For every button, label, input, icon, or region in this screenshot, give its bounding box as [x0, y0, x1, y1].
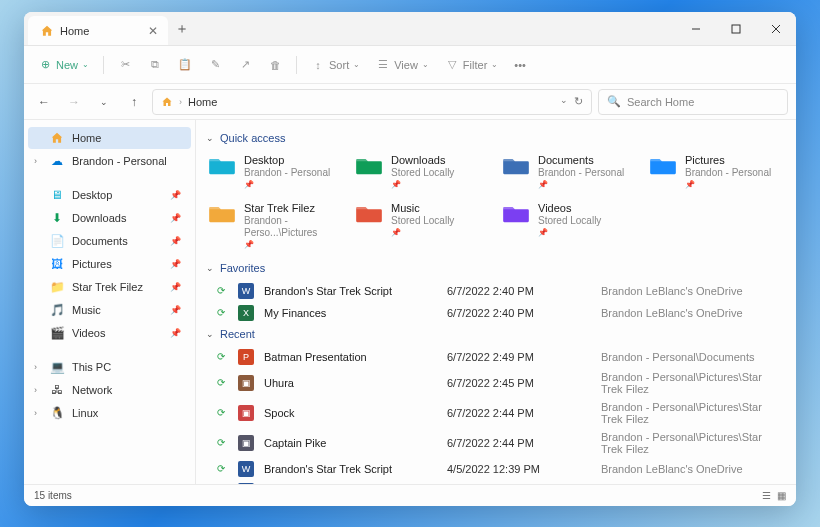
file-row[interactable]: ⟳WBrandon's Star Trek Script4/5/2022 12:…	[204, 458, 784, 480]
details-view-button[interactable]: ☰	[762, 490, 771, 501]
copy-button[interactable]: ⧉	[142, 54, 168, 76]
recent-locations-button[interactable]: ⌄	[92, 90, 116, 114]
chevron-right-icon[interactable]: ›	[34, 385, 37, 395]
new-button[interactable]: ⊕ New ⌄	[32, 54, 95, 76]
folder-icon	[502, 154, 530, 178]
linux-icon: 🐧	[50, 406, 64, 420]
section-quick-access[interactable]: ⌄Quick access	[206, 132, 784, 144]
delete-button[interactable]: 🗑	[262, 54, 288, 76]
refresh-button[interactable]: ↻	[574, 95, 583, 108]
chevron-right-icon[interactable]: ›	[34, 362, 37, 372]
file-name: Captain Pike	[264, 437, 443, 449]
file-location: Brandon LeBlanc's OneDrive	[601, 307, 780, 319]
sidebar-item-documents[interactable]: 📄Documents📌	[28, 230, 191, 252]
file-name: Uhura	[264, 377, 443, 389]
quick-access-item[interactable]: Star Trek FilezBrandon - Perso...\Pictur…	[204, 198, 343, 254]
filter-button[interactable]: ▽Filter⌄	[439, 54, 504, 76]
maximize-button[interactable]	[716, 12, 756, 45]
sync-status-icon: ⟳	[208, 437, 234, 448]
qa-name: Videos	[538, 202, 601, 215]
home-icon	[161, 96, 173, 108]
address-bar[interactable]: › Home ⌄ ↻	[152, 89, 592, 115]
filter-icon: ▽	[445, 58, 459, 72]
music-icon: 🎵	[50, 303, 64, 317]
forward-button[interactable]: →	[62, 90, 86, 114]
rename-button[interactable]: ✎	[202, 54, 228, 76]
paste-button[interactable]: 📋	[172, 54, 198, 76]
sidebar-item-videos[interactable]: 🎬Videos📌	[28, 322, 191, 344]
qa-location: Stored Locally	[538, 215, 601, 227]
new-tab-button[interactable]: ＋	[168, 12, 196, 45]
home-icon	[40, 24, 54, 38]
chevron-right-icon[interactable]: ›	[34, 408, 37, 418]
share-button[interactable]: ↗	[232, 54, 258, 76]
sidebar-item-thispc[interactable]: ›💻This PC	[28, 356, 191, 378]
tab-home[interactable]: Home ✕	[28, 16, 168, 45]
sidebar-item-downloads[interactable]: ⬇Downloads📌	[28, 207, 191, 229]
folder-icon	[208, 202, 236, 226]
file-type-icon: ▣	[238, 405, 260, 421]
close-button[interactable]	[756, 12, 796, 45]
folder-icon	[355, 202, 383, 226]
section-favorites[interactable]: ⌄Favorites	[206, 262, 784, 274]
sidebar-item-desktop[interactable]: 🖥Desktop📌	[28, 184, 191, 206]
quick-access-item[interactable]: DocumentsBrandon - Personal📌	[498, 150, 637, 194]
breadcrumb-home[interactable]: Home	[188, 96, 217, 108]
search-placeholder: Search Home	[627, 96, 694, 108]
pin-icon: 📌	[244, 180, 330, 190]
chevron-down-icon: ⌄	[206, 133, 214, 143]
more-button[interactable]: •••	[508, 55, 532, 75]
tab-close-icon[interactable]: ✕	[148, 24, 158, 38]
pin-icon: 📌	[170, 282, 181, 292]
file-row[interactable]: ⟳WBrandon's Star Trek Script6/7/2022 2:4…	[204, 280, 784, 302]
sync-status-icon: ⟳	[208, 377, 234, 388]
file-row[interactable]: ⟳▣Uhura6/7/2022 2:45 PMBrandon - Persona…	[204, 368, 784, 398]
tab-title: Home	[60, 25, 89, 37]
thumbnails-view-button[interactable]: ▦	[777, 490, 786, 501]
sidebar-item-network[interactable]: ›🖧Network	[28, 379, 191, 401]
quick-access-item[interactable]: MusicStored Locally📌	[351, 198, 490, 254]
file-explorer-window: Home ✕ ＋ ⊕ New ⌄ ✂ ⧉ 📋 ✎ ↗ 🗑 ↕Sort⌄ ☰Vie…	[24, 12, 796, 506]
file-date: 4/5/2022 12:39 PM	[447, 463, 597, 475]
chevron-down-icon[interactable]: ⌄	[560, 95, 568, 108]
cut-button[interactable]: ✂	[112, 54, 138, 76]
quick-access-item[interactable]: DesktopBrandon - Personal📌	[204, 150, 343, 194]
qa-name: Desktop	[244, 154, 330, 167]
file-location: Brandon - Personal\Pictures\Star Trek Fi…	[601, 431, 780, 455]
sidebar-item-onedrive[interactable]: › ☁ Brandon - Personal	[28, 150, 191, 172]
view-button[interactable]: ☰View⌄	[370, 54, 435, 76]
file-date: 6/7/2022 2:44 PM	[447, 437, 597, 449]
file-location: Brandon - Personal\Pictures\Star Trek Fi…	[601, 401, 780, 425]
delete-icon: 🗑	[268, 58, 282, 72]
quick-access-item[interactable]: VideosStored Locally📌	[498, 198, 637, 254]
file-row[interactable]: ⟳▣Captain Pike6/7/2022 2:44 PMBrandon - …	[204, 428, 784, 458]
section-recent[interactable]: ⌄Recent	[206, 328, 784, 340]
back-button[interactable]: ←	[32, 90, 56, 114]
file-name: Batman Presentation	[264, 351, 443, 363]
file-row[interactable]: ⟳▣Spock6/7/2022 2:44 PMBrandon - Persona…	[204, 398, 784, 428]
chevron-right-icon[interactable]: ›	[34, 156, 37, 166]
sidebar-item-startrek[interactable]: 📁Star Trek Filez📌	[28, 276, 191, 298]
file-row[interactable]: ⟳XMy Finances6/7/2022 2:40 PMBrandon LeB…	[204, 302, 784, 324]
view-icon: ☰	[376, 58, 390, 72]
qa-name: Star Trek Filez	[244, 202, 339, 215]
sidebar-item-music[interactable]: 🎵Music📌	[28, 299, 191, 321]
quick-access-item[interactable]: PicturesBrandon - Personal📌	[645, 150, 784, 194]
file-row[interactable]: ⟳PBatman Presentation6/7/2022 2:49 PMBra…	[204, 346, 784, 368]
sidebar-item-pictures[interactable]: 🖼Pictures📌	[28, 253, 191, 275]
qa-location: Brandon - Perso...\Pictures	[244, 215, 339, 239]
file-location: Brandon - Personal\Pictures\Star Trek Fi…	[601, 371, 780, 395]
up-button[interactable]: ↑	[122, 90, 146, 114]
svg-rect-1	[732, 25, 740, 33]
sidebar-item-linux[interactable]: ›🐧Linux	[28, 402, 191, 424]
sort-button[interactable]: ↕Sort⌄	[305, 54, 366, 76]
sidebar-item-home[interactable]: Home	[28, 127, 191, 149]
search-icon: 🔍	[607, 95, 621, 108]
rename-icon: ✎	[208, 58, 222, 72]
search-input[interactable]: 🔍 Search Home	[598, 89, 788, 115]
quick-access-item[interactable]: DownloadsStored Locally📌	[351, 150, 490, 194]
cloud-icon: ☁	[50, 154, 64, 168]
sync-status-icon: ⟳	[208, 463, 234, 474]
sync-status-icon: ⟳	[208, 285, 234, 296]
minimize-button[interactable]	[676, 12, 716, 45]
